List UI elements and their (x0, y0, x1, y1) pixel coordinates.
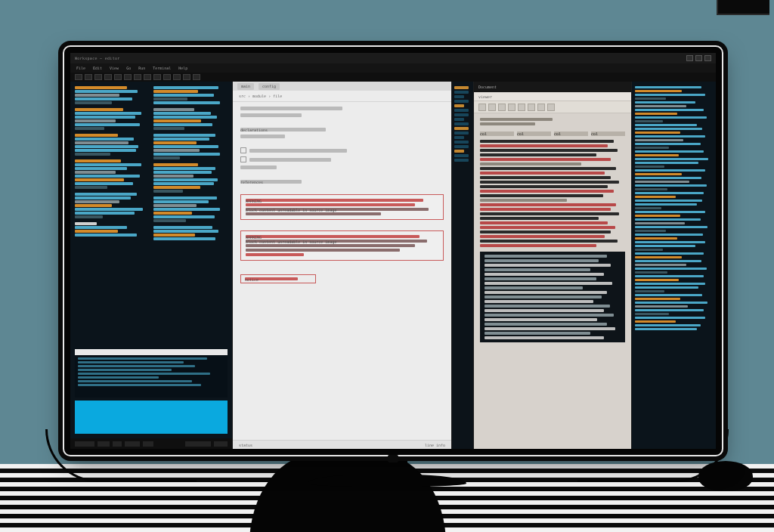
outline-item[interactable] (454, 100, 469, 103)
breadcrumb[interactable]: src › module › file (239, 94, 282, 98)
status-cell[interactable] (125, 441, 140, 447)
code-line (75, 204, 112, 207)
window-titlebar[interactable]: Workspace — editor (70, 53, 716, 63)
warning-line (246, 253, 304, 256)
warning-title: WARNING (246, 235, 420, 238)
far-code-strip[interactable] (632, 82, 716, 449)
section-heading: declarations (240, 128, 326, 131)
outline-item[interactable] (454, 91, 469, 94)
status-right[interactable]: line info (425, 443, 445, 447)
code-line (635, 264, 686, 266)
outline-item[interactable] (454, 141, 469, 144)
menu-edit[interactable]: Edit (93, 66, 102, 70)
editor-statusbar[interactable] (70, 438, 232, 449)
table-header-cell[interactable]: col (480, 131, 514, 136)
status-cell[interactable] (113, 441, 122, 447)
doc-toolbar-button[interactable] (537, 104, 545, 111)
doc-toolbar-button[interactable] (478, 104, 486, 111)
toolbar-button[interactable] (94, 74, 102, 80)
toolbar-button[interactable] (173, 74, 181, 80)
code-editor-pane[interactable] (70, 82, 233, 449)
tab[interactable]: main (237, 83, 254, 90)
toolbar-button[interactable] (163, 74, 171, 80)
menu-terminal[interactable]: Terminal (153, 66, 171, 70)
terminal-header[interactable] (75, 349, 228, 355)
table-header-cell[interactable]: col (554, 131, 588, 136)
code-line (635, 196, 676, 198)
toolbar-button[interactable] (104, 74, 112, 80)
outline-item[interactable] (454, 145, 469, 148)
status-cell[interactable] (143, 441, 153, 447)
terminal-panel[interactable] (75, 349, 228, 397)
status-cell[interactable] (75, 441, 94, 447)
code-line (75, 215, 103, 218)
doc-toolbar-button[interactable] (518, 104, 525, 111)
window-minimize-button[interactable] (686, 55, 693, 61)
menu-file[interactable]: File (76, 66, 85, 70)
outline-item[interactable] (454, 122, 469, 125)
outline-item[interactable] (454, 154, 469, 157)
light-editor-pane[interactable]: main config src › module › file declarat… (233, 82, 452, 449)
toolbar-button[interactable] (193, 74, 200, 80)
menu-view[interactable]: View (110, 66, 119, 70)
outline-item[interactable] (454, 136, 464, 139)
code-line (153, 226, 212, 229)
outline-item[interactable] (454, 109, 469, 112)
document-body[interactable]: col col col col (474, 113, 631, 449)
toolbar-button[interactable] (134, 74, 141, 80)
doc-line (480, 149, 618, 152)
menu-help[interactable]: Help (178, 66, 187, 70)
doc-toolbar-button[interactable] (498, 104, 506, 111)
document-titlebar[interactable]: Document (474, 82, 631, 92)
doc-toolbar-button[interactable] (528, 104, 535, 111)
tab[interactable]: config (259, 83, 280, 90)
status-cell[interactable] (214, 441, 228, 447)
outline-item[interactable] (454, 159, 469, 162)
table-header-cell[interactable]: col (517, 131, 551, 136)
outline-item[interactable] (454, 127, 469, 130)
icon-row (240, 156, 444, 162)
toolbar-button[interactable] (124, 74, 132, 80)
outline-item[interactable] (454, 118, 464, 121)
toolbar-button[interactable] (183, 74, 190, 80)
window-maximize-button[interactable] (695, 55, 702, 61)
code-line (75, 200, 119, 203)
toolbar-button[interactable] (75, 74, 82, 80)
doc-toolbar-button[interactable] (488, 104, 496, 111)
outline-item[interactable] (454, 113, 469, 116)
code-line (635, 317, 705, 319)
menu-go[interactable]: Go (126, 66, 131, 70)
toolbar-button[interactable] (153, 74, 161, 80)
status-cell[interactable] (98, 441, 110, 447)
code-line (635, 135, 705, 138)
status-left[interactable]: status (239, 443, 252, 447)
doc-line (480, 140, 614, 143)
toolbar-button[interactable] (114, 74, 122, 80)
doc-toolbar-button[interactable] (547, 104, 555, 111)
file-icon[interactable] (240, 156, 246, 162)
status-cell[interactable] (185, 441, 211, 447)
outline-item[interactable] (454, 104, 464, 107)
menu-run[interactable]: Run (138, 66, 145, 70)
code-line (635, 313, 669, 315)
table-header-cell[interactable]: col (591, 131, 625, 136)
doc-line (480, 226, 615, 229)
code-line (635, 226, 707, 228)
window-close-button[interactable] (704, 55, 711, 61)
toolbar-button[interactable] (144, 74, 151, 80)
outline-item[interactable] (454, 95, 464, 98)
outline-item[interactable] (454, 86, 469, 89)
outline-strip[interactable] (452, 82, 473, 449)
folder-icon[interactable] (240, 147, 246, 153)
code-line (635, 218, 701, 221)
doc-line (485, 295, 602, 298)
doc-toolbar-button[interactable] (508, 104, 515, 111)
menubar[interactable]: File Edit View Go Run Terminal Help (70, 63, 716, 73)
doc-line (480, 167, 616, 170)
outline-item[interactable] (454, 150, 464, 153)
outline-item[interactable] (454, 131, 469, 135)
icon-row (240, 147, 444, 153)
code-line (153, 208, 220, 211)
document-panel[interactable]: Document viewer (473, 82, 632, 449)
toolbar-button[interactable] (85, 74, 92, 80)
